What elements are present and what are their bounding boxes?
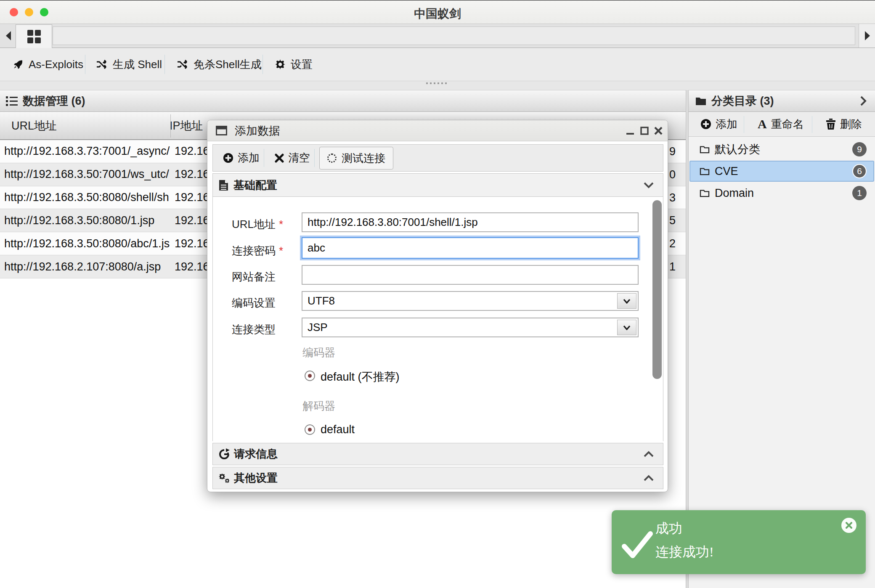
dialog-minimize-icon[interactable] xyxy=(626,120,635,141)
password-label: 连接密码* xyxy=(232,244,283,258)
folder-outline-icon xyxy=(700,167,710,175)
dialog-titlebar[interactable]: 添加数据 xyxy=(207,120,668,141)
category-row-domain[interactable]: Domain 1 xyxy=(689,183,874,204)
success-toast: 成功 连接成功! xyxy=(612,510,866,574)
window-icon xyxy=(216,126,227,135)
test-connection-label: 测试连接 xyxy=(342,151,385,166)
generate-shell-label: 生成 Shell xyxy=(113,57,162,72)
dialog-title: 添加数据 xyxy=(235,123,280,138)
form-scrollbar[interactable] xyxy=(652,200,662,379)
encoder-default-radio[interactable] xyxy=(305,371,315,381)
category-delete-button[interactable]: 删除 xyxy=(826,112,862,136)
note-input[interactable] xyxy=(302,265,639,285)
bypass-shell-label: 免杀Shell生成 xyxy=(194,57,262,72)
cell-url: http://192.168.3.50:8080/abc/1.js xyxy=(0,237,170,250)
toast-title: 成功 xyxy=(655,519,682,538)
plus-circle-icon xyxy=(700,119,711,130)
section-basic-label: 基础配置 xyxy=(233,178,277,193)
add-data-dialog: 添加数据 添加 清空 测试连接 xyxy=(207,120,668,492)
category-count-badge: 6 xyxy=(852,164,867,178)
category-add-label: 添加 xyxy=(716,117,737,132)
section-basic-config[interactable]: 基础配置 xyxy=(212,173,663,197)
splitter-handle[interactable] xyxy=(426,82,449,84)
gear-icon xyxy=(275,59,286,70)
cell-url: http://192.168.3.50:8080/1.jsp xyxy=(0,214,170,227)
as-exploits-button[interactable]: As-Exploits xyxy=(13,48,83,81)
dialog-close-icon[interactable] xyxy=(653,120,663,141)
section-other-settings[interactable]: 其他设置 xyxy=(212,467,663,489)
encoding-value: UTF8 xyxy=(308,294,335,307)
toolbar-divider xyxy=(164,55,165,74)
required-asterisk: * xyxy=(279,218,283,230)
category-toolbar: 添加 A 重命名 删除 xyxy=(689,112,875,137)
select-chevron-button[interactable] xyxy=(617,320,636,335)
dialog-add-label: 添加 xyxy=(238,151,260,165)
generate-shell-button[interactable]: 生成 Shell xyxy=(96,48,162,81)
column-header-url[interactable]: URL地址 xyxy=(0,118,159,133)
folder-outline-icon xyxy=(700,145,710,154)
settings-button[interactable]: 设置 xyxy=(275,48,313,81)
tab-scroll-right-icon xyxy=(863,30,872,41)
category-rename-button[interactable]: A 重命名 xyxy=(758,112,804,136)
section-request-info[interactable]: 请求信息 xyxy=(212,443,663,465)
dialog-maximize-icon[interactable] xyxy=(640,120,649,141)
file-text-icon xyxy=(219,180,228,191)
letter-a-icon: A xyxy=(758,117,767,131)
title-bar: 中国蚁剑 xyxy=(0,0,875,24)
toolbar-divider xyxy=(85,55,85,74)
toast-close-icon[interactable] xyxy=(841,518,856,533)
conn-type-label: 连接类型 xyxy=(232,322,276,337)
select-chevron-button[interactable] xyxy=(617,293,636,309)
shuffle-icon xyxy=(96,59,108,69)
encoding-select[interactable]: UTF8 xyxy=(302,291,639,311)
url-input[interactable] xyxy=(302,212,639,232)
test-connection-button[interactable]: 测试连接 xyxy=(319,147,393,170)
category-title: 分类目录 (3) xyxy=(711,93,774,109)
category-row-cve[interactable]: CVE 6 xyxy=(689,161,874,182)
tab-home[interactable] xyxy=(16,24,52,48)
category-add-button[interactable]: 添加 xyxy=(700,112,737,136)
chevron-down-icon xyxy=(623,299,631,304)
cell-url: http://192.168.2.107:8080/a.jsp xyxy=(0,260,170,273)
chevron-up-icon xyxy=(644,475,654,482)
folder-icon xyxy=(695,96,706,106)
toolbar-divider xyxy=(812,116,812,133)
category-name: Domain xyxy=(715,187,754,200)
toolbar-divider xyxy=(314,149,315,167)
tab-scroll-right[interactable] xyxy=(859,24,875,48)
category-header: 分类目录 (3) xyxy=(689,90,875,112)
chevron-up-icon xyxy=(644,451,654,458)
data-management-title: 数据管理 (6) xyxy=(23,93,85,109)
bypass-shell-button[interactable]: 免杀Shell生成 xyxy=(177,48,262,81)
main-toolbar: As-Exploits 生成 Shell 免杀Shell生成 设置 xyxy=(0,48,875,81)
dialog-clear-button[interactable]: 清空 xyxy=(275,145,310,171)
shuffle-icon xyxy=(177,59,188,69)
category-row-default[interactable]: 默认分类 9 xyxy=(689,139,874,160)
note-label: 网站备注 xyxy=(232,270,276,284)
toast-message: 连接成功! xyxy=(655,543,714,562)
conn-type-select[interactable]: JSP xyxy=(302,318,639,337)
x-icon xyxy=(275,154,284,163)
encoder-group-label: 编码器 xyxy=(302,345,335,360)
dialog-add-button[interactable]: 添加 xyxy=(223,145,260,171)
chevron-right-icon[interactable] xyxy=(860,95,867,106)
as-exploits-label: As-Exploits xyxy=(29,58,83,71)
decoder-default-radio[interactable] xyxy=(305,424,315,435)
toolbar-divider xyxy=(264,149,264,167)
dialog-clear-label: 清空 xyxy=(288,151,310,165)
section-other-label: 其他设置 xyxy=(234,471,278,485)
toolbar-divider xyxy=(744,116,744,133)
request-icon xyxy=(219,448,230,460)
column-header-ip[interactable]: IP地址 xyxy=(159,118,203,133)
category-count-badge: 1 xyxy=(852,186,867,200)
clipped-column-digits: 9 0 3 5 2 1 xyxy=(669,140,680,278)
column-divider[interactable] xyxy=(170,114,171,138)
tab-scroll-left-icon[interactable] xyxy=(4,30,13,41)
chevron-down-icon xyxy=(644,182,654,188)
encoder-default-label: default (不推荐) xyxy=(321,369,400,384)
category-delete-label: 删除 xyxy=(840,117,862,132)
toolbar-divider xyxy=(262,55,263,74)
dialog-toolbar: 添加 清空 测试连接 xyxy=(212,144,663,172)
password-input[interactable] xyxy=(302,237,639,259)
section-request-label: 请求信息 xyxy=(234,447,278,461)
